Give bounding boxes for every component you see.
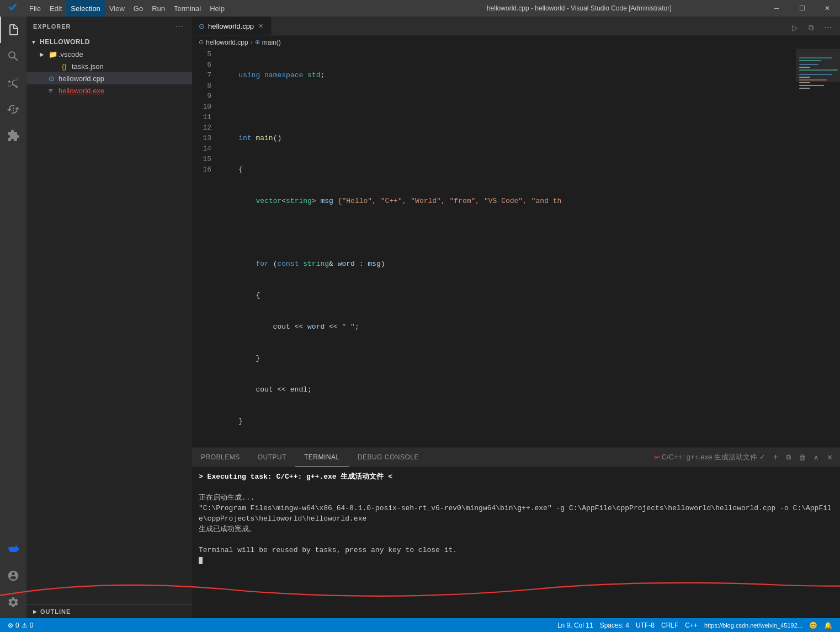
menu-go[interactable]: Go <box>129 0 147 17</box>
minimap <box>796 49 840 447</box>
line-numbers: 5 6 7 8 9 10 11 12 13 14 15 16 <box>192 49 217 447</box>
menu-run[interactable]: Run <box>147 0 169 17</box>
menu-terminal[interactable]: Terminal <box>169 0 205 17</box>
menu-edit[interactable]: Edit <box>45 0 66 17</box>
outline-section[interactable]: ▶ OUTLINE <box>26 604 192 618</box>
search-activity-icon[interactable] <box>0 43 26 69</box>
menu-file[interactable]: File <box>25 0 45 17</box>
more-actions-button[interactable]: ⋯ <box>820 20 836 35</box>
menu-view[interactable]: View <box>105 0 129 17</box>
activity-bar-bottom <box>0 536 26 618</box>
breadcrumb-file[interactable]: helloworld.cpp <box>206 39 248 46</box>
menu-selection[interactable]: Selection <box>66 0 104 17</box>
panel: PROBLEMS OUTPUT TERMINAL DEBUG CONSOLE ✂… <box>192 447 840 618</box>
notification-status[interactable]: 🔔 <box>821 618 836 632</box>
line-col-status[interactable]: Ln 9, Col 11 <box>554 618 597 632</box>
code-line-14: } <box>221 353 796 363</box>
spaces-text: Spaces: 4 <box>600 622 629 629</box>
warning-count: 0 <box>30 622 34 629</box>
folder-icon: 📁 <box>49 50 59 58</box>
cpp-icon: ⊙ <box>49 74 59 83</box>
feedback-icon: 😊 <box>809 622 817 629</box>
term-line-1: > Executing task: C/C++: g++.exe 生成活动文件 … <box>199 472 833 482</box>
docker-icon[interactable] <box>0 536 26 563</box>
close-button[interactable]: ✕ <box>815 0 840 17</box>
split-terminal-button[interactable]: ⧉ <box>783 452 794 463</box>
errors-status[interactable]: ⊗ 0 ⚠ 0 <box>4 618 36 632</box>
line-col-text: Ln 9, Col 11 <box>557 622 593 629</box>
feedback-status[interactable]: 😊 <box>806 618 821 632</box>
helloworld-cpp-tab[interactable]: ⊙ helloworld.cpp ✕ <box>192 17 272 35</box>
explorer-activity-icon[interactable] <box>0 17 26 43</box>
vscode-icon <box>0 3 25 13</box>
root-label: HELLOWORLD <box>40 38 90 46</box>
debug-activity-icon[interactable] <box>0 96 26 122</box>
crlf-status[interactable]: CRLF <box>658 618 682 632</box>
code-line-12: { <box>221 290 796 301</box>
outline-arrow: ▶ <box>33 609 37 614</box>
title-bar: File Edit Selection View Go Run Terminal… <box>0 0 840 17</box>
add-terminal-button[interactable]: + <box>770 451 781 463</box>
problems-tab[interactable]: PROBLEMS <box>192 448 249 467</box>
restore-button[interactable]: ☐ <box>789 0 815 17</box>
helloworld-cpp-item[interactable]: ⊙ helloworld.cpp <box>26 72 192 84</box>
code-content[interactable]: using namespace std; int main() { vector… <box>217 49 796 447</box>
panel-maximize-button[interactable]: ∧ <box>811 452 822 463</box>
panel-close-button[interactable]: ✕ <box>824 452 836 463</box>
editor-area: ⊙ helloworld.cpp ✕ ▷ ⧉ ⋯ ⊙ helloworld.cp… <box>192 17 840 618</box>
run-button[interactable]: ▷ <box>787 20 802 35</box>
tasks-json-item[interactable]: {} tasks.json <box>26 60 192 72</box>
tab-bar: ⊙ helloworld.cpp ✕ ▷ ⧉ ⋯ <box>192 17 840 36</box>
split-editor-button[interactable]: ⧉ <box>804 20 819 35</box>
folder-arrow: ▶ <box>40 51 49 57</box>
account-activity-icon[interactable] <box>0 563 26 589</box>
settings-activity-icon[interactable] <box>0 589 26 615</box>
term-line-2: 正在启动生成... <box>199 492 833 503</box>
language-status[interactable]: C++ <box>682 618 701 632</box>
root-arrow: ▼ <box>31 39 40 45</box>
spaces-status[interactable]: Spaces: 4 <box>597 618 632 632</box>
menu-help[interactable]: Help <box>205 0 229 17</box>
term-line-blank2 <box>199 534 833 545</box>
helloworld-cpp-label: helloworld.cpp <box>59 74 104 83</box>
source-control-activity-icon[interactable] <box>0 69 26 96</box>
notification-icon: 🔔 <box>824 622 832 629</box>
sidebar-spacer <box>26 97 192 604</box>
extensions-activity-icon[interactable] <box>0 122 26 149</box>
svg-rect-1 <box>799 60 821 61</box>
svg-rect-4 <box>799 69 838 71</box>
vscode-folder-label: .vscode <box>59 50 83 58</box>
status-bar: ⊗ 0 ⚠ 0 Ln 9, Col 11 Spaces: 4 UTF-8 CRL… <box>0 618 840 632</box>
code-editor[interactable]: 5 6 7 8 9 10 11 12 13 14 15 16 using nam… <box>192 49 840 447</box>
close-tab-button[interactable]: ✕ <box>257 22 264 30</box>
exe-icon: ≡ <box>49 87 59 95</box>
code-line-7: int main() <box>221 133 796 143</box>
blog-text: https://blog.csdn.net/weixin_45192... <box>704 622 802 629</box>
minimize-button[interactable]: ─ <box>764 0 789 17</box>
terminal-cursor <box>199 557 203 564</box>
code-line-11: for (const string& word : msg) <box>221 259 796 269</box>
helloworld-exe-item[interactable]: ≡ helloworld.exe <box>26 84 192 97</box>
tree-root[interactable]: ▼ HELLOWORLD <box>26 36 192 48</box>
window-title: helloworld.cpp - helloworld - Visual Stu… <box>395 4 764 12</box>
output-tab[interactable]: OUTPUT <box>249 448 295 467</box>
code-line-13: cout << word << " "; <box>221 322 796 332</box>
svg-rect-0 <box>799 57 832 58</box>
vscode-folder-item[interactable]: ▶ 📁 .vscode <box>26 48 192 60</box>
task-label-text: C/C++: g++.exe 生成活动文件 ✓ <box>662 452 765 462</box>
sidebar-more-button[interactable]: ⋯ <box>173 21 185 32</box>
kill-terminal-button[interactable]: 🗑 <box>796 452 809 463</box>
breadcrumb-symbol-icon: ⊕ <box>255 39 260 46</box>
debug-console-tab[interactable]: DEBUG CONSOLE <box>349 448 428 467</box>
code-line-10 <box>221 227 796 238</box>
breadcrumb-sep1: › <box>251 39 253 46</box>
terminal-tab[interactable]: TERMINAL <box>295 448 349 467</box>
panel-tabs: PROBLEMS OUTPUT TERMINAL DEBUG CONSOLE ✂… <box>192 448 840 467</box>
svg-rect-7 <box>799 79 827 81</box>
terminal-content[interactable]: > Executing task: C/C++: g++.exe 生成活动文件 … <box>192 467 840 618</box>
breadcrumb-symbol[interactable]: main() <box>262 39 281 46</box>
sidebar: EXPLORER ⋯ ▼ HELLOWORLD ▶ 📁 .vscode {} t… <box>26 17 192 618</box>
term-line-4: 生成已成功完成。 <box>199 524 833 534</box>
blog-link-status[interactable]: https://blog.csdn.net/weixin_45192... <box>701 618 806 632</box>
encoding-status[interactable]: UTF-8 <box>632 618 658 632</box>
